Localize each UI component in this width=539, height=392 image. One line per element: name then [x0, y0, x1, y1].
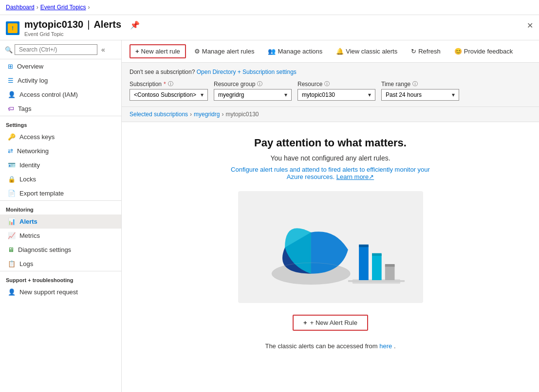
sidebar-item-label: Locks [19, 176, 36, 183]
trail-selected-subscriptions[interactable]: Selected subscriptions [130, 111, 188, 118]
pin-icon[interactable]: 📌 [130, 20, 140, 30]
new-alert-rule-button[interactable]: + New alert rule [130, 44, 186, 58]
svg-rect-6 [372, 253, 381, 256]
breadcrumb-dashboard[interactable]: Dashboard [6, 4, 35, 11]
open-directory-link[interactable]: Open Directory + Subscription settings [197, 69, 297, 75]
activity-log-icon: ☰ [8, 77, 14, 84]
chevron-down-icon: ▾ [368, 91, 371, 98]
content-title: Pay attention to what matters. [254, 137, 407, 149]
monitoring-section-label: Monitoring [0, 200, 121, 214]
content-description: Configure alert rules and attend to fire… [231, 166, 430, 180]
sidebar-item-access-keys[interactable]: 🔑 Access keys [0, 130, 121, 144]
toolbar: + New alert rule ⚙ Manage alert rules 👥 … [122, 40, 539, 63]
sidebar-item-export-template[interactable]: 📄 Export template [0, 186, 121, 200]
sidebar-item-label: Diagnostic settings [18, 246, 71, 253]
resource-title: mytopic0130 [24, 19, 83, 30]
svg-rect-4 [359, 245, 369, 247]
view-classic-alerts-button[interactable]: 🔔 View classic alerts [331, 45, 403, 58]
resource-select[interactable]: mytopic0130 [302, 91, 364, 98]
description-text-2: Azure resources. [287, 173, 335, 180]
search-icon: 🔍 [5, 46, 13, 53]
search-input[interactable] [15, 44, 97, 55]
view-classic-alerts-label: View classic alerts [346, 48, 397, 55]
sidebar-item-new-support-request[interactable]: 👤 New support request [0, 285, 121, 299]
time-range-label: Time range ⓘ [381, 80, 459, 88]
support-icon: 👤 [8, 288, 16, 296]
resource-info-icon[interactable]: ⓘ [324, 80, 330, 88]
time-range-filter: Time range ⓘ Past 24 hours Past 48 hours… [381, 80, 459, 101]
learn-more-link[interactable]: Learn more↗ [336, 173, 374, 180]
resource-title-separator: | [87, 19, 90, 30]
sidebar-item-networking[interactable]: ⇄ Networking [0, 144, 121, 158]
sidebar-collapse-icon[interactable]: « [101, 46, 105, 53]
subscription-select[interactable]: <Contoso Subscription> [134, 91, 197, 98]
resource-icon-bg: ! [6, 21, 19, 35]
description-text-1: Configure alert rules and attend to fire… [231, 166, 430, 173]
refresh-button[interactable]: ↻ Refresh [406, 45, 446, 58]
sidebar-item-label: Overview [17, 63, 43, 70]
overview-icon: ⊞ [8, 63, 13, 70]
sidebar-item-label: Identity [19, 161, 40, 169]
sidebar-item-label: Logs [19, 260, 33, 267]
breadcrumb-trail: Selected subscriptions › myegridrg › myt… [122, 107, 539, 122]
sidebar-item-label: Export template [19, 190, 64, 197]
resource-label: Resource ⓘ [297, 80, 375, 88]
locks-icon: 🔒 [8, 176, 16, 183]
manage-actions-button[interactable]: 👥 Manage actions [262, 45, 328, 58]
svg-rect-8 [385, 264, 394, 267]
sidebar-item-activity-log[interactable]: ☰ Activity log [0, 73, 121, 88]
sidebar-item-locks[interactable]: 🔒 Locks [0, 172, 121, 186]
export-icon: 📄 [8, 190, 16, 197]
sidebar-item-tags[interactable]: 🏷 Tags [0, 102, 121, 116]
sidebar-item-label: Access control (IAM) [19, 91, 78, 98]
resource-select-wrapper[interactable]: mytopic0130 ▾ [297, 89, 375, 101]
sidebar-item-logs[interactable]: 📋 Logs [0, 257, 121, 271]
sidebar: 🔍 « ⊞ Overview ☰ Activity log 👤 Access c… [0, 40, 122, 392]
sidebar-item-diagnostic-settings[interactable]: 🖥 Diagnostic settings [0, 243, 121, 257]
sidebar-item-label: Networking [17, 147, 49, 155]
access-control-icon: 👤 [8, 91, 16, 98]
resource-group-info-icon[interactable]: ⓘ [257, 80, 262, 88]
chart-illustration [238, 191, 423, 303]
subscription-select-wrapper[interactable]: <Contoso Subscription> ▾ [130, 89, 208, 101]
resource-title-group: mytopic0130 | Alerts 📌 Event Grid Topic [24, 19, 140, 37]
content-subtitle: You have not configured any alert rules. [270, 154, 390, 162]
time-range-info-icon[interactable]: ⓘ [412, 80, 418, 88]
classic-alerts-link[interactable]: here [379, 342, 392, 350]
trail-resource-group[interactable]: myegridrg [194, 111, 220, 118]
subscription-info-icon[interactable]: ⓘ [168, 80, 173, 88]
logs-icon: 📋 [8, 260, 16, 267]
breadcrumb-sep1: › [37, 4, 38, 11]
close-icon[interactable]: ✕ [527, 21, 533, 30]
sidebar-item-alerts[interactable]: 📊 Alerts [0, 214, 121, 229]
resource-icon-inner: ! [8, 23, 18, 33]
resource-group-select[interactable]: myegridrg [218, 91, 280, 98]
new-alert-rule-main-button[interactable]: + + New Alert Rule [293, 315, 368, 331]
classic-alerts-text: The classic alerts can be accessed from … [265, 342, 395, 350]
time-range-select[interactable]: Past 24 hours Past 48 hours Past week [386, 91, 448, 98]
manage-alert-rules-button[interactable]: ⚙ Manage alert rules [189, 45, 260, 58]
filter-bar: Don't see a subscription? Open Directory… [122, 63, 539, 107]
sidebar-item-metrics[interactable]: 📈 Metrics [0, 229, 121, 243]
sidebar-item-overview[interactable]: ⊞ Overview [0, 59, 121, 73]
svg-rect-5 [372, 254, 381, 280]
bell-icon: 🔔 [336, 48, 344, 55]
sidebar-item-label: Activity log [18, 77, 48, 84]
sidebar-item-label: Tags [18, 105, 31, 112]
sidebar-item-access-control[interactable]: 👤 Access control (IAM) [0, 88, 121, 102]
resource-subtitle: Event Grid Topic [24, 31, 140, 37]
breadcrumb-event-grid-topics[interactable]: Event Grid Topics [40, 4, 86, 11]
support-section-label: Support + troubleshooting [0, 271, 121, 285]
required-marker: * [164, 81, 166, 88]
sidebar-item-label: Access keys [19, 133, 55, 141]
metrics-icon: 📈 [8, 232, 16, 239]
resource-icon-text: ! [12, 25, 14, 31]
filter-notice: Don't see a subscription? Open Directory… [130, 69, 531, 75]
resource-group-select-wrapper[interactable]: myegridrg ▾ [214, 89, 292, 101]
time-range-select-wrapper[interactable]: Past 24 hours Past 48 hours Past week ▾ [381, 89, 459, 101]
provide-feedback-button[interactable]: 😊 Provide feedback [449, 45, 518, 58]
sidebar-item-identity[interactable]: 🪪 Identity [0, 158, 121, 172]
provide-feedback-label: Provide feedback [464, 48, 513, 55]
sidebar-item-label: Alerts [19, 218, 37, 225]
subscription-filter: Subscription * ⓘ <Contoso Subscription> … [130, 80, 208, 101]
